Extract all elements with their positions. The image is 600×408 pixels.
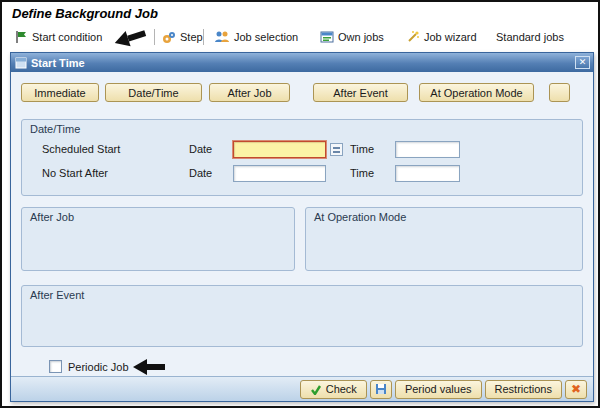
toolbar-job-selection-label: Job selection bbox=[234, 31, 298, 43]
no-start-after-time-input[interactable] bbox=[395, 165, 460, 182]
dialog-titlebar: Start Time ✕ bbox=[11, 53, 593, 72]
date-label: Date bbox=[189, 143, 212, 155]
page-title: Define Background Job bbox=[12, 6, 158, 21]
close-icon[interactable]: ✕ bbox=[575, 56, 590, 69]
date-time-group: Date/Time Scheduled Start Date Time No S… bbox=[21, 119, 583, 196]
after-job-group-title: After Job bbox=[30, 211, 74, 223]
toolbar-standard-jobs[interactable]: Standard jobs bbox=[496, 28, 564, 46]
scheduled-start-date-input[interactable] bbox=[233, 141, 326, 158]
annotation-arrow-start-condition bbox=[112, 25, 147, 50]
scheduled-start-time-input[interactable] bbox=[395, 141, 460, 158]
toolbar-standard-jobs-label: Standard jobs bbox=[496, 31, 564, 43]
dialog-title: Start Time bbox=[31, 57, 85, 69]
toolbar-start-condition[interactable]: Start condition bbox=[14, 28, 102, 46]
no-start-after-date-input[interactable] bbox=[233, 165, 326, 182]
annotation-arrow-periodic-job bbox=[133, 359, 165, 375]
date-time-button[interactable]: Date/Time bbox=[105, 83, 202, 102]
wand-icon bbox=[406, 30, 420, 44]
check-icon bbox=[310, 384, 322, 395]
at-operation-mode-button[interactable]: At Operation Mode bbox=[419, 83, 534, 102]
toolbar-job-selection[interactable]: Job selection bbox=[214, 28, 298, 46]
toolbar-job-wizard-label: Job wizard bbox=[424, 31, 477, 43]
matchcode-icon[interactable] bbox=[330, 143, 343, 156]
sap-window: Define Background Job Start condition St… bbox=[0, 0, 600, 408]
save-icon bbox=[375, 383, 387, 395]
cancel-button[interactable]: ✖ bbox=[565, 380, 587, 399]
gear-icon bbox=[162, 30, 176, 44]
date-time-group-title: Date/Time bbox=[30, 123, 80, 135]
time-label: Time bbox=[350, 167, 374, 179]
periodic-job-label: Periodic Job bbox=[68, 361, 129, 373]
dialog-footer: Check Period values Restrictions ✖ bbox=[11, 376, 593, 401]
toolbar-job-wizard[interactable]: Job wizard bbox=[406, 28, 477, 46]
window-icon bbox=[15, 57, 27, 69]
scheduled-start-label: Scheduled Start bbox=[42, 143, 120, 155]
after-event-group-title: After Event bbox=[30, 289, 84, 301]
cancel-x-icon: ✖ bbox=[571, 382, 581, 396]
flag-icon bbox=[14, 30, 28, 44]
time-label: Time bbox=[350, 143, 374, 155]
extra-button[interactable] bbox=[549, 83, 570, 102]
after-job-button[interactable]: After Job bbox=[209, 83, 290, 102]
save-button[interactable] bbox=[370, 380, 392, 399]
after-job-group: After Job bbox=[21, 207, 295, 271]
period-values-button[interactable]: Period values bbox=[395, 380, 482, 399]
check-button[interactable]: Check bbox=[300, 380, 367, 399]
monitor-list-icon bbox=[320, 30, 334, 44]
toolbar-separator bbox=[154, 29, 155, 45]
periodic-job-checkbox[interactable] bbox=[49, 360, 62, 373]
toolbar-own-jobs[interactable]: Own jobs bbox=[320, 28, 384, 46]
after-event-group: After Event bbox=[21, 285, 583, 347]
people-icon bbox=[214, 30, 230, 44]
date-label: Date bbox=[189, 167, 212, 179]
toolbar-step[interactable]: Step bbox=[162, 28, 203, 46]
restrictions-button[interactable]: Restrictions bbox=[485, 380, 562, 399]
start-time-dialog: Start Time ✕ Immediate Date/Time After J… bbox=[10, 52, 594, 402]
immediate-button[interactable]: Immediate bbox=[21, 83, 99, 102]
no-start-after-label: No Start After bbox=[42, 167, 108, 179]
at-operation-mode-group-title: At Operation Mode bbox=[314, 211, 406, 223]
toolbar-start-condition-label: Start condition bbox=[32, 31, 102, 43]
at-operation-mode-group: At Operation Mode bbox=[305, 207, 583, 271]
toolbar-step-label: Step bbox=[180, 31, 203, 43]
after-event-button[interactable]: After Event bbox=[313, 83, 408, 102]
toolbar-separator bbox=[203, 29, 204, 45]
toolbar-own-jobs-label: Own jobs bbox=[338, 31, 384, 43]
